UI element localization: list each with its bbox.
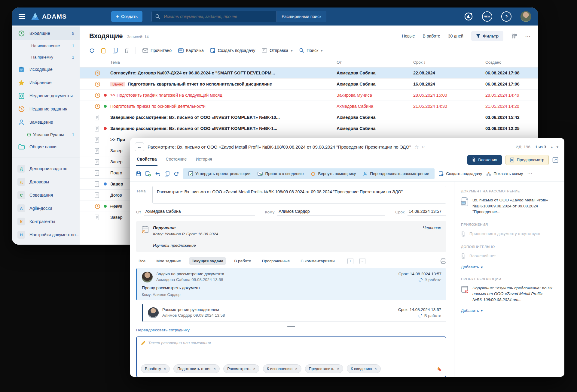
column-created[interactable]: Создано bbox=[485, 60, 538, 65]
stats-icon[interactable] bbox=[464, 12, 473, 21]
approve-resolution-button[interactable]: Утвердить проект резолюции bbox=[188, 171, 250, 176]
sidebar-item-inbox[interactable]: Входящие 5 bbox=[12, 27, 80, 40]
close-icon[interactable]: × bbox=[374, 366, 377, 371]
return-assistant-button[interactable]: Вернуть помощнику bbox=[311, 171, 356, 176]
save-create-icon[interactable] bbox=[145, 171, 151, 176]
resolution-draft-link[interactable]: Поручение: "Изучить предложение" по Вх. … bbox=[461, 285, 557, 303]
add-resolution-link[interactable]: Добавить▾ bbox=[461, 308, 557, 313]
column-due[interactable]: Срок ↓ bbox=[413, 60, 485, 65]
sidebar-folder-nastroyki[interactable]: Н Настройки документоо... bbox=[12, 228, 80, 241]
create-subtask-button[interactable]: Создать подзадачу bbox=[439, 171, 482, 176]
tab-history[interactable]: История bbox=[195, 154, 212, 166]
table-row[interactable]: >> Подготовить график платежей на следую… bbox=[80, 90, 538, 101]
resolution-input[interactable]: Текст резолюции или замечания... В работ… bbox=[136, 336, 446, 377]
show-scheme-button[interactable]: Показать схему bbox=[486, 171, 523, 176]
close-icon[interactable]: × bbox=[214, 366, 216, 371]
task-card[interactable]: Задача на рассмотрение документа Ахмедов… bbox=[136, 268, 446, 300]
drag-handle[interactable] bbox=[287, 326, 295, 327]
refresh-icon[interactable] bbox=[89, 48, 95, 53]
sidebar-folder-dogovory[interactable]: Д Договоры bbox=[12, 175, 80, 188]
quick-filter-new[interactable]: Новые bbox=[402, 34, 415, 38]
resolution-chip[interactable]: В работу× bbox=[141, 364, 170, 373]
more-actions-icon[interactable]: ⋯ bbox=[527, 170, 532, 177]
more-options-icon[interactable]: ⋯ bbox=[525, 33, 531, 40]
close-icon[interactable]: × bbox=[253, 366, 255, 371]
copy-icon[interactable] bbox=[165, 171, 169, 176]
create-subtask-button[interactable]: Создать подзадачу bbox=[210, 48, 255, 53]
acknowledge-button[interactable]: Принято к сведению bbox=[258, 171, 304, 176]
status-circle-icon[interactable]: ○ bbox=[422, 144, 425, 149]
sidebar-item-outbox[interactable]: Исходящие bbox=[12, 63, 80, 76]
resolution-chip[interactable]: К сведению× bbox=[347, 364, 381, 373]
delete-icon[interactable] bbox=[124, 48, 129, 53]
refresh-icon[interactable] bbox=[174, 171, 179, 176]
send-menu[interactable]: Отправка ▾ bbox=[262, 48, 293, 53]
sidebar-item-recent-tasks[interactable]: Недавние задания bbox=[12, 102, 80, 116]
task-filter-all[interactable]: Все bbox=[136, 257, 148, 265]
close-icon[interactable]: × bbox=[337, 366, 339, 371]
row-checkbox[interactable] bbox=[86, 70, 86, 76]
pager-up-icon[interactable]: ▴ bbox=[551, 145, 553, 149]
filter-button[interactable]: Фильтр bbox=[471, 31, 503, 41]
preview-button[interactable]: Предпросмотр bbox=[505, 155, 549, 165]
advanced-search-button[interactable]: Расширенный поиск bbox=[276, 11, 326, 22]
undo-icon[interactable] bbox=[155, 171, 160, 176]
back-icon[interactable]: ← bbox=[135, 142, 144, 151]
forward-review-button[interactable]: Переадресовать рассмотрение bbox=[363, 171, 429, 176]
task-filter-overdue[interactable]: Просроченные bbox=[259, 257, 292, 265]
to-field[interactable]: Алимов Сардор bbox=[277, 208, 385, 216]
draft-order-block[interactable]: Поручение Кому: Усманов Р. Срок: 16.08.2… bbox=[136, 221, 446, 252]
task-card[interactable]: Рассмотрение руководителем Алимов Сардор… bbox=[142, 304, 446, 322]
copy-icon[interactable] bbox=[113, 48, 118, 53]
sidebar-item-substitution[interactable]: Замещение bbox=[12, 116, 80, 129]
menu-icon[interactable] bbox=[19, 14, 25, 19]
flame-icon[interactable] bbox=[437, 366, 441, 372]
card-button[interactable]: Карточка bbox=[178, 48, 204, 53]
subject-field[interactable]: Рассмотрите: Вх. письмо от ООО «Zavod Me… bbox=[152, 186, 446, 204]
table-row[interactable]: Подготовить приказ по основной деятельно… bbox=[80, 101, 538, 112]
quick-filter-30days[interactable]: 30 дней bbox=[448, 34, 463, 38]
table-row[interactable]: Завершено рассмотрение: Вх. письмо от ОО… bbox=[80, 123, 538, 134]
from-field[interactable]: Ахмедова Сабина bbox=[144, 208, 255, 216]
help-icon[interactable]: ? bbox=[501, 11, 511, 22]
forward-employee-link[interactable]: Переадресовать сотруднику bbox=[136, 328, 190, 332]
search-menu[interactable]: Поиск ▾ bbox=[299, 48, 323, 53]
sidebar-item-shared-folders[interactable]: Общие папки bbox=[12, 140, 80, 153]
task-filter-comments[interactable]: С комментариями bbox=[298, 257, 337, 265]
mark-read-button[interactable]: Прочитано bbox=[142, 48, 172, 53]
expand-all-icon[interactable]: + bbox=[347, 258, 353, 264]
quick-filter-inwork[interactable]: В работе bbox=[423, 34, 440, 38]
tab-properties[interactable]: Свойства bbox=[136, 154, 157, 166]
open-external-icon[interactable] bbox=[552, 157, 558, 163]
collapse-all-icon[interactable]: − bbox=[359, 258, 365, 264]
task-filter-inwork[interactable]: В работе bbox=[232, 257, 253, 265]
resolution-chip[interactable]: К исполнению× bbox=[263, 364, 301, 373]
pager-down-icon[interactable]: ▾ bbox=[556, 145, 558, 149]
column-subject[interactable]: Тема bbox=[110, 60, 337, 65]
table-row[interactable]: ВажноПодготовить квартальный отчет по ис… bbox=[80, 79, 538, 90]
resolution-chip[interactable]: Рассмотреть× bbox=[223, 364, 259, 373]
sidebar-item-recent-documents[interactable]: Недавние документы bbox=[12, 89, 80, 102]
sidebar-folder-deloproizvodstvo[interactable]: Д Делопроизводство bbox=[12, 162, 80, 175]
view-settings-icon[interactable] bbox=[511, 33, 517, 39]
task-filter-current[interactable]: Текущая задача bbox=[189, 257, 226, 265]
sidebar-item-usmanov[interactable]: Усманов Рустам 1 bbox=[12, 129, 80, 140]
save-icon[interactable] bbox=[136, 171, 141, 176]
sidebar-item-for-acceptance[interactable]: На приемку 1 bbox=[12, 51, 80, 63]
create-button[interactable]: + Создать bbox=[111, 11, 142, 22]
due-field[interactable]: 14.08.2024 13:57 bbox=[408, 208, 446, 216]
attachments-button[interactable]: Вложения bbox=[467, 155, 502, 165]
task-filter-my[interactable]: Мое задание bbox=[154, 257, 183, 265]
close-icon[interactable]: × bbox=[164, 366, 166, 371]
column-from[interactable]: От bbox=[337, 60, 413, 65]
close-icon[interactable]: × bbox=[295, 366, 298, 371]
sidebar-folder-soveshchaniya[interactable]: С Совещания bbox=[12, 188, 80, 202]
table-row[interactable]: Завершено рассмотрение: Вх. письмо от ОО… bbox=[80, 112, 538, 123]
sidebar-folder-agile[interactable]: A Agile-доски bbox=[12, 202, 80, 215]
forward-employee-field[interactable] bbox=[194, 328, 446, 332]
whats-new-icon[interactable]: NEW bbox=[482, 11, 492, 22]
user-avatar[interactable] bbox=[521, 11, 531, 22]
table-row[interactable]: Согласуйте: Договор №007-ДХ24 от 06.08.2… bbox=[80, 68, 538, 79]
sidebar-item-favorites[interactable]: Избранное bbox=[12, 76, 80, 89]
print-icon[interactable] bbox=[441, 258, 446, 264]
